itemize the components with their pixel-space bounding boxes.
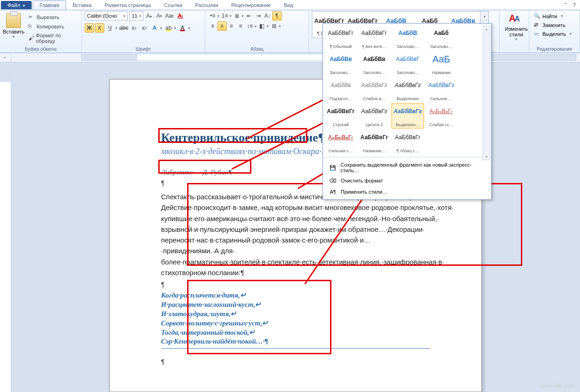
styles-gallery-panel: АаБбВвГг¶ ОбычныйАаБбВвГг¶ Без инте…АаБб… [323,23,492,200]
shading-button[interactable]: ◧ [257,21,267,31]
group-label-font: Шрифт [85,46,202,53]
sort-button[interactable]: A↓ [263,11,272,20]
italic-button[interactable]: К [95,23,104,33]
chevron-down-icon[interactable]: ▾ [216,11,220,20]
justify-button[interactable]: ≡ [236,21,245,31]
save-selection-style[interactable]: 💾Сохранить выделенный фрагмент как новый… [326,160,488,175]
outdent-button[interactable]: ⇤ [244,11,254,20]
text-effects-button[interactable]: A [150,23,159,33]
tab-selector[interactable] [0,53,11,62]
clear-format-button[interactable]: A⌫ [175,11,184,20]
ribbon: Вставить ▾ Вырезать Копировать Формат по… [0,10,580,53]
chevron-down-icon: ▾ [139,14,141,18]
tab-review[interactable]: Рецензирование [225,1,277,9]
group-editing: Найти▾ Заменить Выделить▾ Редактирование [529,10,580,53]
tab-mailings[interactable]: Рассылки [189,1,224,9]
multilevel-button[interactable]: ≣ [232,11,242,20]
shrink-font-button[interactable]: A▾ [155,11,164,20]
strike-button[interactable]: abc [119,23,128,33]
tab-insert[interactable]: Вставка [66,1,98,9]
group-label-clipboard: Буфер обмена [3,46,79,53]
style-item[interactable]: АаБбВвГгВыделение [391,77,424,102]
tab-view[interactable]: Вид [277,1,300,9]
paste-button[interactable]: Вставить ▾ [3,11,25,39]
style-item[interactable]: АаБбВЗаголово… [391,25,424,50]
chevron-down-icon: ▾ [13,34,14,39]
find-button[interactable]: Найти▾ [532,12,577,20]
workspace: Кентервильское·привидение¶ мюзикл·в·2-х·… [0,62,580,392]
style-item[interactable]: АаБбВвГг¶ Без инте… [358,25,391,50]
style-item[interactable]: АаБбВвГгСлабая сс… [425,103,458,128]
replace-icon [534,22,540,28]
style-item[interactable]: АаБбВвГгНазвание… [358,129,391,155]
clear-format[interactable]: ⌫Очистить формат [326,175,488,186]
style-item[interactable]: АаБбВвГг¶ Абзац с… [391,129,424,155]
tab-file[interactable]: Файл [1,1,32,9]
bullets-button[interactable]: •≡ [208,11,217,20]
select-icon [534,31,540,37]
style-item[interactable]: АаБбВвГгЦитата 2 [358,103,391,128]
change-styles-button[interactable]: Изменить стили ▾ [502,11,530,41]
vertical-ruler[interactable] [0,71,11,392]
chevron-down-icon[interactable]: ▾ [278,21,282,31]
cut-button[interactable]: Вырезать [27,13,79,21]
tab-home[interactable]: Главная [33,0,66,10]
chevron-down-icon[interactable]: ▾ [229,11,232,20]
style-item[interactable]: АаБбВвГгВыделенн… [391,103,424,128]
horizontal-ruler-row [0,53,580,62]
style-item[interactable]: АаБбВвГгСтрогий [324,103,357,128]
paragraph-mark: ¶ [161,281,430,288]
paste-label: Вставить [3,29,25,34]
panel-scrollbar[interactable] [483,26,490,160]
chevron-down-icon[interactable]: ▾ [173,23,177,33]
paste-icon [6,13,21,28]
copy-button[interactable]: Копировать [27,22,79,31]
chevron-down-icon[interactable]: ▾ [241,11,244,20]
style-item[interactable]: АаБбВвГг¶ Обычный [324,25,357,50]
align-right-button[interactable]: ≡ [227,21,236,31]
chevron-down-icon[interactable]: ▾ [159,23,163,33]
style-item[interactable]: АаБбВвГгСильное … [425,77,458,102]
chevron-down-icon[interactable]: ▾ [187,23,191,33]
apply-styles[interactable]: A¶Применить стили… [326,186,488,197]
select-button[interactable]: Выделить▾ [532,30,577,38]
borders-button[interactable]: ⊞ [270,21,279,31]
change-styles-icon [509,13,524,26]
style-item[interactable]: АаБбВвЗаголово… [324,51,357,76]
chevron-down-icon[interactable]: ▾ [115,23,118,33]
underline-button[interactable]: Ч [105,23,115,33]
style-item[interactable]: АаБбВвГгСлабое в… [358,77,391,102]
ribbon-minimize-icon[interactable]: ⌃ [561,1,569,9]
change-case-button[interactable]: Aa▾ [165,11,174,20]
numbering-button[interactable]: 1≡ [220,11,229,20]
font-color-button[interactable]: A [178,23,187,33]
style-item[interactable]: АаБНазвание [425,51,458,76]
indent-button[interactable]: ⇥ [254,11,263,20]
grow-font-button[interactable]: A▴ [144,11,154,20]
style-item[interactable]: АаБбВвГЗаголово… [391,51,424,76]
style-item[interactable]: АаБбВвПодзагол… [324,77,357,102]
chevron-down-icon[interactable]: ▾ [254,21,257,31]
align-left-button[interactable]: ≡ [208,21,217,31]
style-item[interactable]: АаБбВвГгСильная с… [324,129,357,155]
format-painter-button[interactable]: Формат по образцу [27,32,79,45]
brush-icon [28,35,34,41]
style-item[interactable]: АаБбВвЗаголово… [358,51,391,76]
replace-button[interactable]: Заменить [532,21,577,29]
tab-references[interactable]: Ссылки [158,1,189,9]
chevron-down-icon: ▾ [123,14,125,18]
bold-button[interactable]: Ж [85,23,94,33]
style-item[interactable]: АаБбЗаголово… [425,25,458,50]
align-center-button[interactable]: ≡ [217,21,227,31]
subscript-button[interactable]: x2 [129,23,139,33]
chevron-down-icon[interactable]: ▾ [266,21,270,31]
font-name-combo[interactable]: Calibri (Осно▾ [85,11,128,20]
help-icon[interactable]: ? [571,1,578,9]
superscript-button[interactable]: x2 [140,23,149,33]
font-size-combo[interactable]: 11▾ [129,11,143,20]
line-spacing-button[interactable]: ↕≡ [245,21,255,31]
highlight-button[interactable]: ab [164,23,173,33]
tab-layout[interactable]: Разметка страницы [98,1,158,9]
show-marks-button[interactable]: ¶ [272,11,282,20]
group-clipboard: Вставить ▾ Вырезать Копировать Формат по… [0,10,82,53]
